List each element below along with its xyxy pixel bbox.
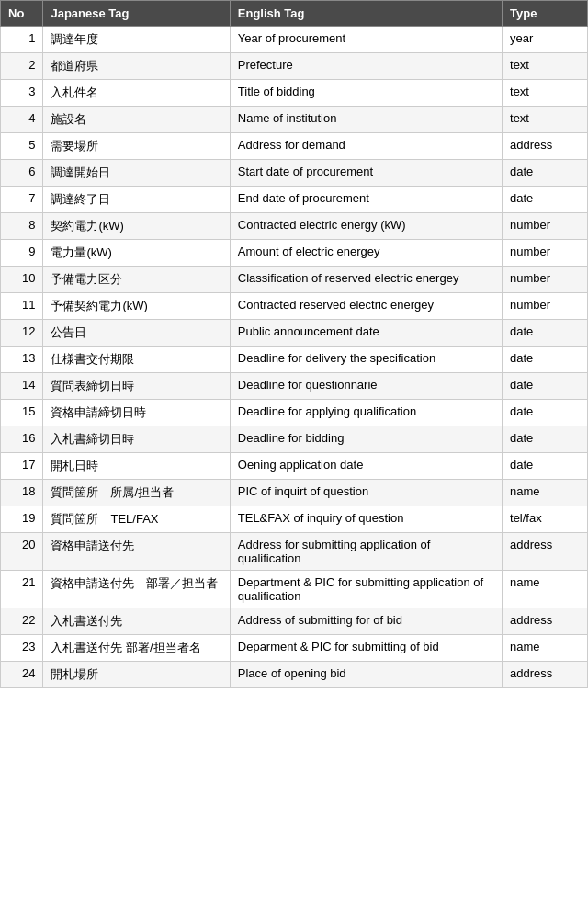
cell-japanese: 資格申請送付先 部署／担当者 bbox=[43, 571, 230, 608]
cell-type: address bbox=[503, 133, 588, 160]
cell-english: PIC of inquirt of question bbox=[230, 480, 502, 506]
cell-type: year bbox=[503, 27, 588, 53]
cell-no: 23 bbox=[1, 635, 43, 662]
cell-english: Year of procurement bbox=[230, 27, 502, 53]
cell-english: Start date of procurement bbox=[230, 160, 502, 187]
table-row: 10予備電力区分Classification of reserved elect… bbox=[1, 267, 588, 293]
cell-japanese: 予備契約電力(kW) bbox=[43, 293, 230, 320]
cell-japanese: 仕様書交付期限 bbox=[43, 347, 230, 373]
table-row: 24開札場所Place of opening bidaddress bbox=[1, 662, 588, 688]
cell-type: text bbox=[503, 80, 588, 107]
cell-type: date bbox=[503, 187, 588, 213]
table-row: 14質問表締切日時Deadline for questionnariedate bbox=[1, 373, 588, 400]
cell-type: date bbox=[503, 400, 588, 426]
cell-english: Contracted reserved electric energey bbox=[230, 293, 502, 320]
cell-type: name bbox=[503, 480, 588, 506]
cell-japanese: 調達年度 bbox=[43, 27, 230, 53]
table-row: 5需要場所Address for demandaddress bbox=[1, 133, 588, 160]
header-japanese-tag: Japanese Tag bbox=[43, 1, 230, 27]
cell-type: date bbox=[503, 373, 588, 400]
cell-no: 12 bbox=[1, 320, 43, 347]
cell-english: Prefecture bbox=[230, 53, 502, 80]
table-row: 7調達終了日End date of procurementdate bbox=[1, 187, 588, 213]
cell-english: Deadline for applying qualification bbox=[230, 400, 502, 426]
table-row: 8契約電力(kW)Contracted electric energy (kW)… bbox=[1, 213, 588, 240]
table-row: 2都道府県Prefecturetext bbox=[1, 53, 588, 80]
cell-no: 5 bbox=[1, 133, 43, 160]
cell-no: 2 bbox=[1, 53, 43, 80]
cell-type: text bbox=[503, 53, 588, 80]
cell-japanese: 入札件名 bbox=[43, 80, 230, 107]
cell-japanese: 資格申請締切日時 bbox=[43, 400, 230, 426]
cell-english: Contracted electric energy (kW) bbox=[230, 213, 502, 240]
cell-no: 6 bbox=[1, 160, 43, 187]
cell-english: Address for submitting application of qu… bbox=[230, 533, 502, 571]
table-row: 9電力量(kW)Amount of electric energeynumber bbox=[1, 240, 588, 267]
table-row: 20資格申請送付先Address for submitting applicat… bbox=[1, 533, 588, 571]
cell-no: 20 bbox=[1, 533, 43, 571]
cell-no: 16 bbox=[1, 426, 43, 453]
cell-english: Place of opening bid bbox=[230, 662, 502, 688]
table-row: 12公告日Public announcement datedate bbox=[1, 320, 588, 347]
table-row: 18質問箇所 所属/担当者PIC of inquirt of questionn… bbox=[1, 480, 588, 506]
cell-no: 17 bbox=[1, 453, 43, 480]
cell-type: number bbox=[503, 293, 588, 320]
cell-japanese: 都道府県 bbox=[43, 53, 230, 80]
table-row: 15資格申請締切日時Deadline for applying qualific… bbox=[1, 400, 588, 426]
cell-type: address bbox=[503, 662, 588, 688]
cell-type: date bbox=[503, 320, 588, 347]
header-no: No bbox=[1, 1, 43, 27]
cell-japanese: 入札書締切日時 bbox=[43, 426, 230, 453]
table-row: 23入札書送付先 部署/担当者名Deparment & PIC for subm… bbox=[1, 635, 588, 662]
cell-english: Title of bidding bbox=[230, 80, 502, 107]
table-row: 4施設名Name of institutiontext bbox=[1, 107, 588, 133]
cell-japanese: 開札場所 bbox=[43, 662, 230, 688]
cell-english: Oening application date bbox=[230, 453, 502, 480]
cell-japanese: 質問表締切日時 bbox=[43, 373, 230, 400]
cell-japanese: 調達開始日 bbox=[43, 160, 230, 187]
cell-type: date bbox=[503, 453, 588, 480]
cell-english: End date of procurement bbox=[230, 187, 502, 213]
cell-no: 14 bbox=[1, 373, 43, 400]
cell-english: Deparment & PIC for submitting of bid bbox=[230, 635, 502, 662]
procurement-table: No Japanese Tag English Tag Type 1調達年度Ye… bbox=[0, 0, 588, 688]
cell-no: 21 bbox=[1, 571, 43, 608]
cell-no: 1 bbox=[1, 27, 43, 53]
cell-no: 19 bbox=[1, 506, 43, 533]
cell-type: tel/fax bbox=[503, 506, 588, 533]
cell-english: Deadline for questionnarie bbox=[230, 373, 502, 400]
cell-type: date bbox=[503, 347, 588, 373]
cell-english: Public announcement date bbox=[230, 320, 502, 347]
table-row: 16入札書締切日時Deadline for biddingdate bbox=[1, 426, 588, 453]
cell-english: Address for demand bbox=[230, 133, 502, 160]
cell-english: Deadline for bidding bbox=[230, 426, 502, 453]
cell-english: TEL&FAX of inquiry of question bbox=[230, 506, 502, 533]
cell-japanese: 開札日時 bbox=[43, 453, 230, 480]
cell-type: name bbox=[503, 635, 588, 662]
cell-no: 3 bbox=[1, 80, 43, 107]
cell-japanese: 公告日 bbox=[43, 320, 230, 347]
cell-no: 13 bbox=[1, 347, 43, 373]
cell-japanese: 予備電力区分 bbox=[43, 267, 230, 293]
table-row: 21資格申請送付先 部署／担当者Department & PIC for sub… bbox=[1, 571, 588, 608]
cell-no: 22 bbox=[1, 608, 43, 635]
cell-japanese: 資格申請送付先 bbox=[43, 533, 230, 571]
cell-english: Amount of electric energey bbox=[230, 240, 502, 267]
cell-english: Classification of reserved electric ener… bbox=[230, 267, 502, 293]
cell-japanese: 質問箇所 TEL/FAX bbox=[43, 506, 230, 533]
cell-no: 15 bbox=[1, 400, 43, 426]
cell-japanese: 質問箇所 所属/担当者 bbox=[43, 480, 230, 506]
cell-type: number bbox=[503, 213, 588, 240]
cell-no: 24 bbox=[1, 662, 43, 688]
table-row: 22入札書送付先Address of submitting for of bid… bbox=[1, 608, 588, 635]
cell-japanese: 電力量(kW) bbox=[43, 240, 230, 267]
cell-japanese: 入札書送付先 部署/担当者名 bbox=[43, 635, 230, 662]
cell-type: number bbox=[503, 267, 588, 293]
cell-type: text bbox=[503, 107, 588, 133]
table-row: 1調達年度Year of procurementyear bbox=[1, 27, 588, 53]
cell-type: address bbox=[503, 533, 588, 571]
cell-type: address bbox=[503, 608, 588, 635]
cell-english: Name of institution bbox=[230, 107, 502, 133]
cell-no: 8 bbox=[1, 213, 43, 240]
table-row: 13仕様書交付期限Deadline for delivery the speci… bbox=[1, 347, 588, 373]
